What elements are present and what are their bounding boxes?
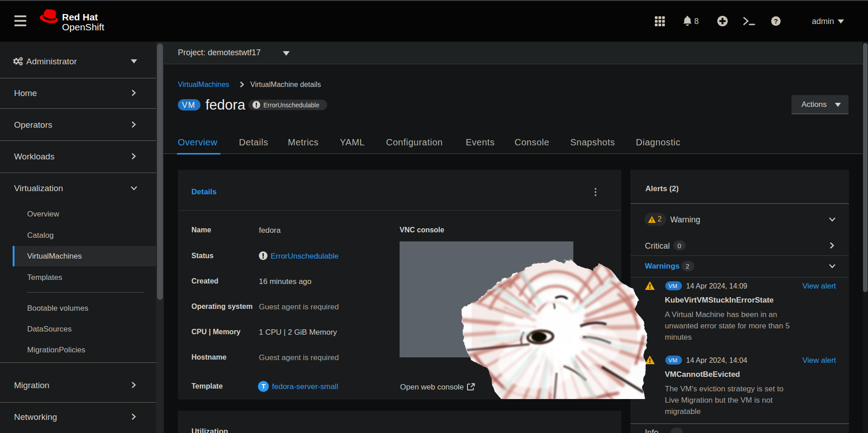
svg-text:?: ? [774, 18, 778, 25]
